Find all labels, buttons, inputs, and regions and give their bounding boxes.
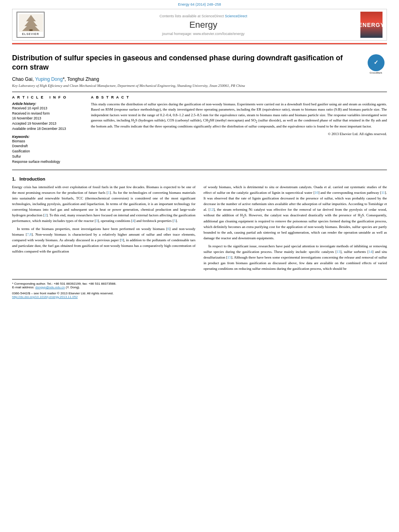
keyword-rsm: Response surface methodology	[12, 159, 84, 164]
article-info-abstract: A R T I C L E I N F O Article history: R…	[12, 95, 387, 164]
elsevier-tree-icon	[19, 14, 43, 32]
article-history: Article history: Received 10 April 2013 …	[12, 102, 84, 131]
keyword-downdraft: Downdraft	[12, 144, 84, 149]
footnote-email: E-mail address: dongyp@sdu.edu.cn (Y. Do…	[12, 286, 387, 289]
journal-citation: Energy 64 (2014) 248–258	[0, 0, 399, 7]
crossmark-circle: ✓	[368, 54, 385, 71]
investigated-word: investigated	[177, 107, 195, 111]
elsevier-label: ELSEVIER	[19, 33, 42, 35]
article-info-col: A R T I C L E I N F O Article history: R…	[12, 95, 84, 164]
journal-title: Energy	[50, 20, 356, 30]
science-direct-link[interactable]: ScienceDirect	[225, 14, 247, 18]
citation-text: Energy 64 (2014) 248–258	[178, 2, 221, 6]
crossmark-badge[interactable]: ✓ CrossMark	[365, 53, 387, 76]
footnote-corresponding: * Corresponding author. Tel.: +86 531 88…	[12, 282, 387, 286]
keywords-label: Keywords:	[12, 135, 84, 139]
intro-left-col: Energy crisis has intensified with over …	[12, 185, 195, 274]
svg-text:✓: ✓	[374, 59, 378, 66]
footnote-issn: 0360-5442/$ – see front matter © 2013 El…	[12, 292, 387, 295]
elsevier-logo: ELSEVIER	[16, 12, 45, 38]
authors-line: Chao Gai, Yuping Dong*, Tonghui Zhang	[12, 76, 387, 82]
intro-section: 1. Introduction Energy crisis has intens…	[12, 177, 387, 274]
footnote-area: * Corresponding author. Tel.: +86 531 88…	[12, 279, 387, 299]
doi-link[interactable]: http://dx.doi.org/10.1016/j.energy.2013.…	[12, 295, 78, 299]
intro-body: Energy crisis has intensified with over …	[12, 185, 387, 274]
journal-homepage: journal homepage: www.elsevier.com/locat…	[50, 32, 356, 36]
science-direct-text: Contents lists available at ScienceDirec…	[50, 14, 356, 18]
footnote-doi: http://dx.doi.org/10.1016/j.energy.2013.…	[12, 295, 387, 299]
body-divider	[12, 170, 387, 170]
keyword-sulfur: Sulfur	[12, 154, 84, 159]
article-info-header: A R T I C L E I N F O	[12, 95, 84, 99]
intro-title: 1. Introduction	[12, 177, 387, 181]
journal-header: ELSEVIER Contents lists available at Sci…	[12, 9, 387, 41]
journal-center: Contents lists available at ScienceDirec…	[50, 14, 356, 36]
keyword-gasification: Gasification	[12, 149, 84, 154]
journal-thumbnail: ENERGY	[360, 12, 383, 38]
keyword-biomass: Biomass	[12, 139, 84, 144]
intro-text-left: Energy crisis has intensified with over …	[12, 185, 195, 254]
intro-right-col: of woody biomass, which is detrimental t…	[204, 185, 387, 274]
author-link-dong[interactable]: Yuping Dong	[35, 76, 63, 82]
svg-rect-2	[29, 29, 33, 31]
crossmark-label: CrossMark	[368, 72, 385, 75]
paper-body: Distribution of sulfur species in gaseou…	[0, 45, 399, 303]
copyright-text: © 2013 Elsevier Ltd. All rights reserved…	[91, 132, 387, 136]
paper-title: Distribution of sulfur species in gaseou…	[12, 53, 387, 72]
abstract-header: A B S T R A C T	[91, 95, 387, 99]
affiliation: Key Laboratory of High Efficiency and Cl…	[12, 84, 387, 88]
keywords-section: Keywords: Biomass Downdraft Gasification…	[12, 135, 84, 164]
intro-text-right: of woody biomass, which is detrimental t…	[204, 185, 387, 272]
abstract-text: This study concerns the distribution of …	[91, 102, 387, 129]
article-divider	[12, 92, 387, 92]
abstract-col: A B S T R A C T This study concerns the …	[91, 95, 387, 164]
email-link[interactable]: dongyp@sdu.edu.cn	[35, 286, 65, 289]
